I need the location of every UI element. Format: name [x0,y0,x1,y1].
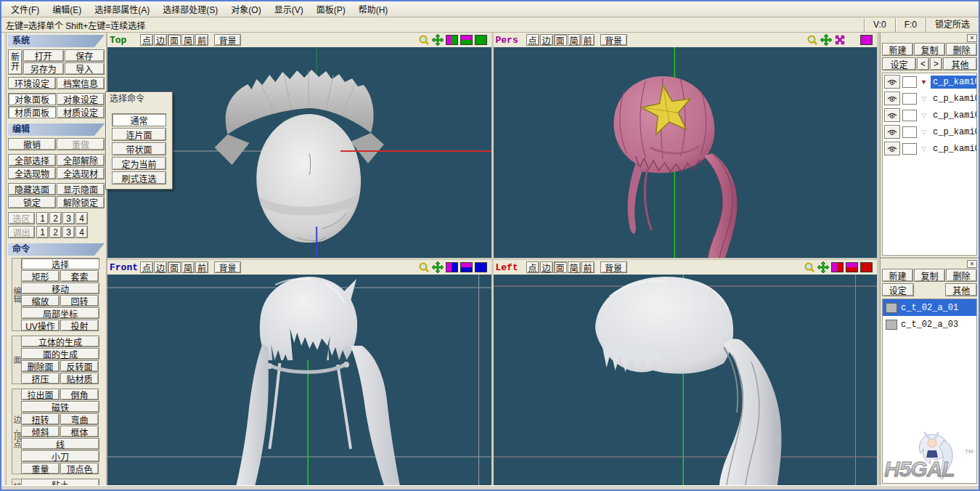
command-button[interactable]: 面的生成 [21,348,99,360]
left-viewport-canvas[interactable] [494,275,878,485]
lock-button[interactable]: 锁定 [8,196,56,208]
command-button[interactable]: 矩形 [21,270,60,282]
pan-icon[interactable] [817,261,829,273]
object-name[interactable]: c_p_kami07 [931,109,977,122]
command-button[interactable]: 反转面 [60,360,99,372]
menu-item[interactable]: 显示(V) [268,1,310,17]
display-mode-split-icon[interactable] [446,35,458,45]
front-viewport-canvas[interactable] [107,275,491,485]
selection-slot-button[interactable]: 1 [36,212,49,224]
new-file-button[interactable]: 新开 [8,49,23,75]
save-button[interactable]: 保存 [65,49,105,62]
viewmode-chip[interactable]: 前 [581,34,595,46]
menu-item[interactable]: 对象(O) [224,1,267,17]
material-settings-button[interactable]: 设定 [882,283,914,296]
object-checkbox[interactable] [902,143,917,155]
object-prev-button[interactable]: < [917,57,929,70]
menu-item[interactable]: 文件(F) [4,1,46,17]
expand-triangle-icon[interactable]: ▽ [919,112,928,119]
object-new-button[interactable]: 新建 [882,43,913,56]
object-next-button[interactable]: > [930,57,942,70]
zoom-icon[interactable] [804,261,815,273]
object-row[interactable]: ▽c_p_kami04 [883,123,976,140]
visibility-eye-icon[interactable] [884,142,900,155]
material-settings-button[interactable]: 材质设定 [57,106,105,118]
selection-slot-button[interactable]: 1 [36,226,49,238]
viewmode-chip[interactable]: 前 [581,261,595,273]
material-panel-toggle[interactable]: 材质面板 [8,106,56,118]
viewmode-chip[interactable]: 背景 [600,261,627,273]
visibility-eye-icon[interactable] [884,125,900,139]
display-mode-stack-icon[interactable] [846,262,858,272]
selection-zone-label[interactable]: 选区 [8,212,35,224]
object-checkbox[interactable] [902,126,917,138]
selection-slot-button[interactable]: 3 [62,226,75,238]
recall-zone-label[interactable]: 调出 [8,226,35,238]
command-button[interactable]: 拉出面 [21,389,60,400]
menu-item[interactable]: 面板(P) [310,1,352,17]
display-mode-solid-icon[interactable] [475,262,487,272]
zoom-icon[interactable] [807,34,818,46]
selection-slot-button[interactable]: 4 [75,212,88,224]
expand-triangle-icon[interactable]: ▽ [919,129,928,136]
close-icon[interactable]: × [967,260,977,268]
selectcmd-button[interactable]: 连片面 [112,128,166,141]
command-button[interactable]: 粘土 [21,479,99,485]
expand-triangle-icon[interactable]: ▽ [919,145,928,153]
viewmode-chip[interactable]: 简 [568,261,581,273]
display-mode-solid-icon[interactable] [475,35,487,45]
object-checkbox[interactable] [902,93,917,105]
viewmode-chip[interactable]: 边 [154,261,167,273]
hide-selected-button[interactable]: 隐藏选面 [8,183,56,195]
selectcmd-button[interactable]: 刷式连选 [112,171,166,184]
object-name[interactable]: c_p_kami04 [931,126,977,139]
close-icon[interactable]: × [967,34,977,42]
viewmode-chip[interactable]: 背景 [214,261,241,273]
viewmode-chip[interactable]: 前 [195,261,208,273]
object-other-button[interactable]: 其他 [943,57,977,70]
command-button[interactable]: 套索 [60,270,99,282]
selection-slot-button[interactable]: 4 [75,226,88,238]
expand-triangle-icon[interactable]: ▼ [919,78,928,86]
pan-icon[interactable] [432,261,444,273]
visibility-eye-icon[interactable] [884,92,900,105]
material-other-button[interactable]: 其他 [945,283,977,296]
unlock-button[interactable]: 解除锁定 [57,196,105,208]
material-copy-button[interactable]: 复制 [914,269,945,282]
visibility-eye-icon[interactable] [884,75,900,89]
zoom-icon[interactable] [418,261,430,273]
pan-icon[interactable] [432,34,444,46]
rotate-view-icon[interactable] [834,34,846,46]
command-button[interactable]: 重量 [21,463,60,474]
command-button[interactable]: 投射 [60,320,99,331]
display-mode-stack-icon[interactable] [460,262,473,272]
display-mode-solid-icon[interactable] [860,35,873,45]
command-button[interactable]: 选择 [21,258,99,269]
save-as-button[interactable]: 另存为 [23,62,64,75]
display-mode-stack-icon[interactable] [460,35,473,45]
viewmode-chip[interactable]: 点 [140,34,153,46]
open-button[interactable]: 打开 [23,49,64,62]
viewmode-chip[interactable]: 点 [526,261,539,273]
selectcmd-button[interactable]: 带状面 [112,142,166,155]
object-row[interactable]: ▼c_p_kami01 [883,73,976,90]
material-delete-button[interactable]: 删除 [946,269,977,282]
command-button[interactable]: 局部坐标 [21,307,99,319]
command-button[interactable]: 缩放 [21,295,60,307]
object-settings-button[interactable]: 对象设定 [57,93,105,105]
display-mode-solid-icon[interactable] [860,262,873,272]
command-button[interactable]: 删除面 [21,360,60,372]
object-row[interactable]: ▽c_p_kami07 [883,107,976,123]
selectcmd-button[interactable]: 通常 [112,113,166,126]
viewmode-chip[interactable]: 面 [554,34,567,46]
command-button[interactable]: 小刀 [21,450,99,462]
object-delete-button[interactable]: 删除 [946,43,977,56]
zoom-icon[interactable] [418,34,430,46]
material-row[interactable]: c_t_02_a_01 [883,299,976,316]
object-row[interactable]: ▽c_p_kami07 [883,90,976,107]
command-button[interactable]: UV操作 [21,320,60,331]
deselect-all-button[interactable]: 全部解除 [57,154,105,166]
redo-button[interactable]: 重做 [57,138,105,150]
selection-command-panel[interactable]: 选择命令 通常连片面带状面定为当前刷式连选 [105,92,173,190]
object-settings-button[interactable]: 设定 [882,57,916,70]
